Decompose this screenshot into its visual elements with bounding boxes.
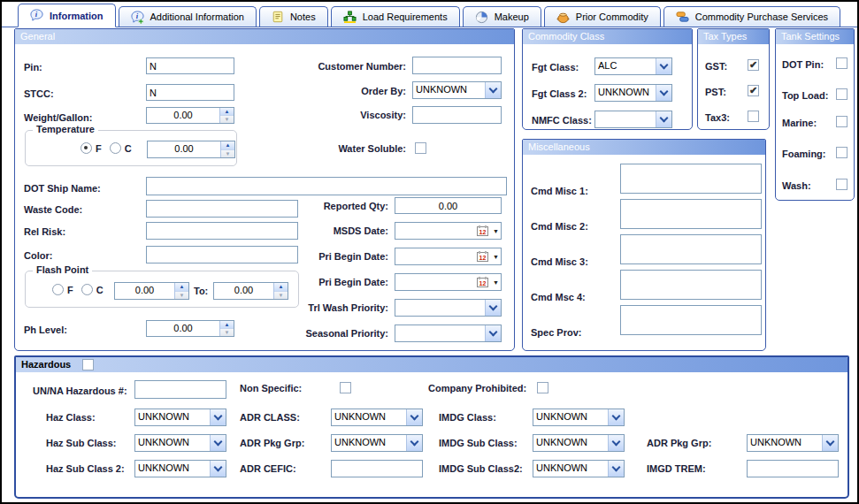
- temperature-f-radio[interactable]: [81, 142, 92, 154]
- spec-prov-input[interactable]: [620, 305, 762, 335]
- seasonal-priority-dropdown[interactable]: [395, 325, 502, 342]
- ph-level-stepper[interactable]: 0.00 ▲▼: [146, 320, 234, 337]
- ph-level-spin-buttons: ▲▼: [219, 321, 234, 336]
- tax3-checkbox[interactable]: [748, 111, 759, 122]
- adr-cefic-label: ADR CEFIC:: [240, 463, 296, 474]
- order-by-dropdown[interactable]: UNKNOWN: [412, 81, 502, 99]
- water-soluble-checkbox[interactable]: [415, 142, 426, 154]
- spin-down-icon[interactable]: ▼: [175, 292, 188, 300]
- tab-makeup[interactable]: Makeup: [463, 6, 541, 27]
- top-load-checkbox[interactable]: [836, 88, 847, 100]
- customer-number-label: Customer Number:: [291, 61, 406, 72]
- adr-cefic-input[interactable]: [331, 460, 423, 477]
- fgt-class2-dropdown[interactable]: UNKNOWN: [594, 84, 672, 102]
- weight-gallon-stepper[interactable]: 0.00 ▲▼: [146, 107, 234, 124]
- pin-input[interactable]: [146, 57, 234, 74]
- cmd-msc4-input[interactable]: [620, 270, 762, 300]
- top-load-label: Top Load:: [782, 90, 828, 101]
- dropdown-arrow-icon: [608, 435, 624, 451]
- haz-sub-class-dropdown[interactable]: UNKNOWN: [134, 434, 226, 452]
- spin-up-icon[interactable]: ▲: [220, 321, 234, 329]
- reported-qty-input[interactable]: [395, 197, 502, 214]
- spin-down-icon[interactable]: ▼: [221, 150, 234, 158]
- date-dropdown-arrow-icon[interactable]: ▼: [491, 228, 501, 234]
- dot-ship-name-input[interactable]: [146, 177, 507, 195]
- viscosity-input[interactable]: [412, 106, 502, 124]
- foaming-checkbox[interactable]: [836, 147, 847, 158]
- trl-wash-priority-value: [395, 300, 485, 316]
- pri-begin-date-picker[interactable]: 12 ▼: [395, 248, 502, 265]
- wash-checkbox[interactable]: [836, 179, 847, 190]
- cmd-misc3-input[interactable]: [620, 234, 762, 264]
- spin-up-icon[interactable]: ▲: [175, 283, 188, 292]
- dropdown-arrow-icon: [656, 58, 671, 74]
- flash-point-f-radio[interactable]: [52, 284, 64, 295]
- pri-begin-date2-picker[interactable]: 12 ▼: [395, 273, 502, 291]
- tab-information[interactable]: i Information: [18, 4, 116, 27]
- temperature-legend: Temperature: [33, 124, 98, 134]
- spin-down-icon[interactable]: ▼: [220, 116, 234, 123]
- tab-notes[interactable]: Notes: [259, 6, 328, 27]
- temperature-c-radio[interactable]: [110, 142, 121, 154]
- flash-point-from-stepper[interactable]: 0.00 ▲▼: [114, 282, 189, 300]
- marine-checkbox[interactable]: [836, 116, 847, 127]
- haz-sub-class2-dropdown[interactable]: UNKNOWN: [134, 460, 226, 477]
- cmd-misc2-input[interactable]: [620, 199, 762, 229]
- imdg-sub-class-dropdown[interactable]: UNKNOWN: [533, 434, 625, 452]
- imdg-sub-class2-dropdown[interactable]: UNKNOWN: [533, 460, 625, 477]
- adr-pkg-grp-label: ADR Pkg Grp:: [240, 438, 304, 448]
- spin-up-icon[interactable]: ▲: [220, 108, 234, 116]
- adr-pkg-grp2-dropdown[interactable]: UNKNOWN: [747, 434, 839, 452]
- flash-point-c-radio[interactable]: [81, 284, 93, 295]
- tab-commodity-purchase-services-label: Commodity Purchase Services: [695, 11, 828, 22]
- gst-label: GST:: [705, 61, 727, 72]
- imgd-trem-input[interactable]: [747, 460, 839, 477]
- trl-wash-priority-dropdown[interactable]: [395, 299, 502, 317]
- tab-information-label: Information: [50, 11, 104, 21]
- dot-pin-checkbox[interactable]: [836, 57, 847, 69]
- adr-pkg-grp-dropdown[interactable]: UNKNOWN: [331, 434, 423, 452]
- temperature-unit-radios: F C: [81, 142, 140, 154]
- company-prohibited-checkbox[interactable]: [537, 382, 548, 393]
- tab-load-requirements[interactable]: Load Requirements: [331, 6, 460, 27]
- flash-point-from-spin-buttons: ▲▼: [174, 283, 188, 299]
- haz-class-value: UNKNOWN: [135, 409, 210, 425]
- adr-pkg-grp2-value: UNKNOWN: [748, 435, 822, 451]
- date-dropdown-arrow-icon[interactable]: ▼: [491, 254, 501, 260]
- fgt-class-label: Fgt Class:: [532, 62, 579, 73]
- nmfc-class-dropdown[interactable]: [594, 111, 672, 128]
- spin-down-icon[interactable]: ▼: [220, 329, 234, 336]
- cmd-misc1-input[interactable]: [620, 164, 762, 194]
- imdg-class-dropdown[interactable]: UNKNOWN: [533, 409, 625, 426]
- temperature-stepper[interactable]: 0.00 ▲▼: [147, 141, 235, 158]
- calendar-icon: 12: [477, 277, 488, 287]
- adr-class-dropdown[interactable]: UNKNOWN: [331, 409, 423, 426]
- non-specific-checkbox[interactable]: [340, 382, 351, 393]
- check-mark-icon: ✔: [748, 86, 758, 95]
- flash-point-f-label: F: [67, 285, 73, 295]
- fgt-class-dropdown[interactable]: ALC: [594, 57, 672, 75]
- dropdown-arrow-icon: [485, 325, 501, 341]
- pst-checkbox[interactable]: ✔: [748, 85, 759, 96]
- water-soluble-label: Water Soluble:: [291, 143, 406, 154]
- hazardous-checkbox[interactable]: [82, 359, 94, 370]
- gst-checkbox[interactable]: ✔: [748, 59, 759, 71]
- viscosity-label: Viscosity:: [291, 110, 406, 120]
- customer-number-input[interactable]: [412, 57, 502, 74]
- calendar-icon: 12: [477, 225, 488, 236]
- tab-additional-information[interactable]: i Additional Information: [119, 6, 257, 27]
- stcc-input[interactable]: [146, 84, 234, 101]
- tab-prior-commodity[interactable]: Prior Commodity: [544, 6, 661, 27]
- dropdown-arrow-icon: [210, 461, 226, 477]
- check-mark-icon: ✔: [748, 60, 758, 70]
- date-dropdown-arrow-icon[interactable]: ▼: [491, 279, 501, 286]
- tab-commodity-purchase-services[interactable]: Commodity Purchase Services: [663, 6, 840, 27]
- spin-down-icon[interactable]: ▼: [274, 292, 288, 300]
- wash-label: Wash:: [782, 180, 811, 191]
- msds-date-picker[interactable]: 12 ▼: [395, 222, 502, 240]
- un-na-hazardous-input[interactable]: [134, 380, 226, 399]
- notes-icon: [272, 11, 284, 23]
- spin-up-icon[interactable]: ▲: [221, 141, 234, 150]
- dropdown-arrow-icon: [608, 409, 624, 425]
- haz-class-dropdown[interactable]: UNKNOWN: [134, 409, 226, 426]
